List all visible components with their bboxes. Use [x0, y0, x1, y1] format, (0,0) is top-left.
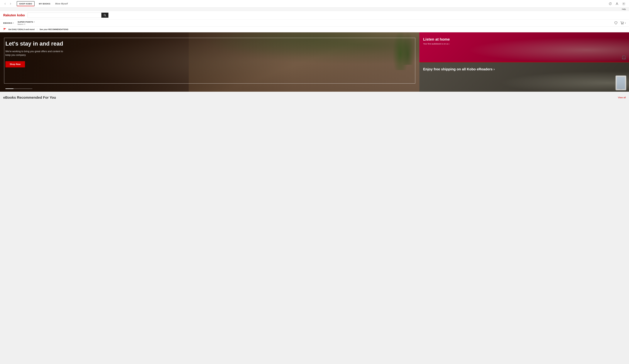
listen-at-home-subtitle: Your first audiobook is on us › — [423, 43, 625, 45]
view-all-link[interactable]: View all — [618, 96, 626, 99]
category-nav-right: ▾ — [614, 21, 626, 25]
category-nav: eBOOKS ▾ SUPER POINTS ▾ Balance: 0 — [0, 19, 629, 27]
search-bar — [27, 12, 109, 18]
flag-icon: 🚩 — [3, 28, 6, 31]
hero-subtitle: We're working to bring you great offers … — [5, 50, 65, 57]
search-button[interactable] — [101, 13, 108, 18]
tab-more-myself[interactable]: More Myself — [55, 0, 68, 7]
forward-button[interactable] — [9, 2, 12, 6]
hero-title: Let's stay in and read — [5, 40, 65, 47]
hero-main-banner[interactable]: Let's stay in and read We're working to … — [0, 32, 419, 92]
svg-point-1 — [623, 3, 624, 4]
ebooks-menu[interactable]: eBOOKS ▾ — [3, 20, 14, 26]
ebooks-label: eBOOKS — [3, 22, 12, 24]
main-nav-tabs: SHOP KOBO MY BOOKS More Myself — [17, 0, 604, 7]
profile-icon[interactable] — [615, 2, 619, 6]
recommendations-header: eBooks Recommended For You View all — [3, 95, 626, 100]
ebooks-chevron: ▾ — [13, 22, 14, 24]
headphone-icon: 🎧 — [622, 55, 626, 60]
daily-deals-text: Get DAILY DEALS and more! — [8, 28, 35, 30]
free-shipping-banner[interactable]: Enjoy free shipping on all Kobo eReaders… — [419, 62, 629, 92]
ereader-device — [616, 76, 626, 90]
free-shipping-title: Enjoy free shipping on all Kobo eReaders… — [423, 67, 625, 71]
listen-at-home-title: Listen at home — [423, 37, 625, 42]
back-button[interactable] — [3, 2, 7, 6]
tab-shop-kobo[interactable]: SHOP KOBO — [17, 1, 34, 6]
svg-point-0 — [617, 3, 618, 4]
notif-separator: | — [37, 28, 37, 30]
refresh-icon[interactable] — [608, 2, 612, 6]
hero-progress-bar — [5, 89, 32, 89]
browser-right-icons — [608, 2, 626, 6]
search-input[interactable] — [28, 13, 101, 18]
svg-point-3 — [622, 24, 622, 24]
super-points-chevron: ▾ — [34, 21, 34, 23]
listen-at-home-content: Listen at home Your first audiobook is o… — [423, 37, 625, 45]
hero-progress-fill — [5, 89, 13, 89]
svg-point-4 — [623, 24, 623, 24]
super-points-label: SUPER POINTS — [17, 21, 33, 23]
listen-at-home-banner[interactable]: 🎧 Listen at home Your first audiobook is… — [419, 32, 629, 62]
top-nav-bar: SHOP KOBO MY BOOKS More Myself — [0, 0, 629, 7]
shipping-arrow: › — [493, 67, 495, 71]
recommendations-section: eBooks Recommended For You View all — [0, 92, 629, 103]
free-shipping-content: Enjoy free shipping on all Kobo eReaders… — [423, 67, 625, 71]
cart-button[interactable]: ▾ — [620, 21, 626, 25]
logo-kobo-text: kobo — [17, 13, 25, 17]
shop-now-button[interactable]: Shop Now — [5, 61, 25, 67]
wishlist-button[interactable] — [614, 21, 618, 25]
logo-rakuten-text: Rakuten — [3, 13, 16, 17]
logo-search-bar: Rakuten kobo — [0, 11, 629, 19]
browser-nav-arrows — [3, 2, 12, 6]
listen-arrow: › — [449, 43, 450, 45]
notification-bar: 🚩 Get DAILY DEALS and more! | See your R… — [0, 27, 629, 32]
settings-icon[interactable] — [622, 2, 626, 6]
recommendations-link[interactable]: See your RECOMMENDATIONS — [39, 28, 68, 30]
hero-content: Let's stay in and read We're working to … — [0, 32, 70, 76]
super-points-menu[interactable]: SUPER POINTS ▾ Balance: 0 — [17, 19, 35, 27]
cart-chevron: ▾ — [625, 22, 626, 24]
tab-my-books[interactable]: MY BOOKS — [38, 0, 51, 7]
hero-section: Let's stay in and read We're working to … — [0, 32, 629, 92]
help-bar: Help — [0, 7, 629, 11]
help-link[interactable]: Help — [622, 8, 626, 10]
recommendations-title: eBooks Recommended For You — [3, 95, 56, 100]
hero-right-panel: 🎧 Listen at home Your first audiobook is… — [419, 32, 629, 92]
rakuten-kobo-logo[interactable]: Rakuten kobo — [3, 13, 25, 17]
category-nav-left: eBOOKS ▾ SUPER POINTS ▾ Balance: 0 — [3, 19, 614, 27]
super-points-balance: Balance: 0 — [17, 23, 35, 25]
